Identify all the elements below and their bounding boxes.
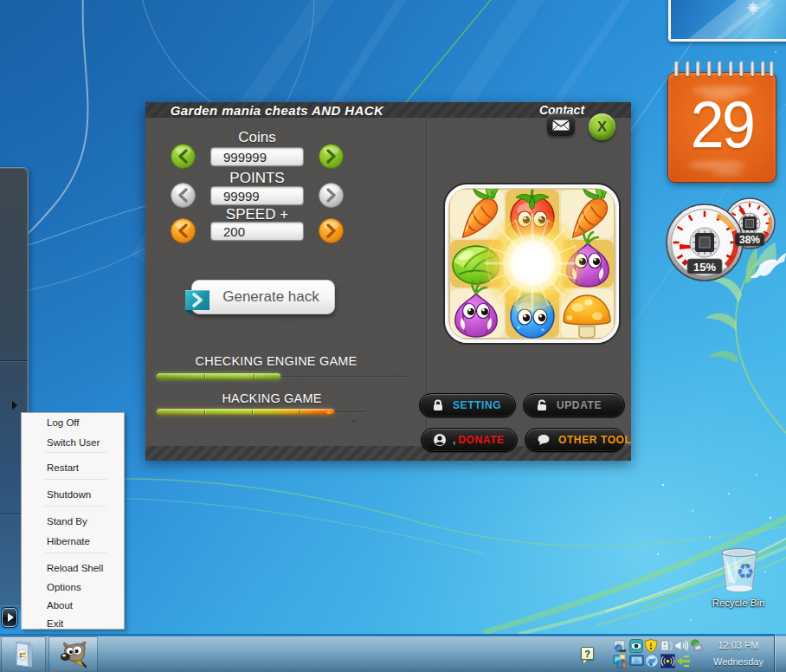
play-button[interactable] — [2, 608, 17, 627]
help-question-mark: ? — [584, 649, 590, 659]
cpu-chip-icon — [693, 231, 717, 255]
app-window: Garden mania cheats AND HACK Contact X C… — [145, 102, 631, 461]
menu-item-stand-by[interactable]: Stand By — [47, 514, 87, 529]
speck — [352, 420, 355, 422]
recycle-bin-icon[interactable]: ♻ — [714, 544, 764, 596]
clock-day: Wednesday — [708, 656, 769, 667]
taskbar-button-gimp[interactable] — [48, 636, 98, 672]
wireless-tray-icon[interactable] — [660, 654, 675, 669]
calendar-spiral-ring — [770, 61, 774, 76]
game-app-icon — [443, 183, 621, 345]
display-settings-tray-icon[interactable] — [613, 654, 628, 669]
globe-tray-icon[interactable] — [645, 654, 659, 668]
calendar-spiral-ring — [739, 61, 744, 76]
menu-item-reload-shell[interactable]: Reload Shell — [47, 560, 103, 576]
hacking-game-label: HACKING GAME — [132, 391, 412, 405]
slideshow-gadget[interactable] — [668, 0, 786, 42]
menu-item-shutdown[interactable]: Shutdown — [47, 487, 91, 502]
menu-item-exit[interactable]: Exit — [47, 616, 63, 631]
speed-input[interactable] — [210, 222, 304, 241]
volume-tray-icon[interactable] — [674, 639, 688, 652]
progress-tick — [300, 410, 300, 414]
hacking-game-progress-bar — [157, 409, 334, 415]
expand-arrow-icon[interactable] — [12, 401, 17, 410]
ram-badge: 38% — [735, 233, 764, 246]
close-button[interactable]: X — [589, 113, 615, 140]
show-desktop-button[interactable] — [774, 634, 786, 672]
donate-button[interactable]: , DONATE — [421, 428, 518, 452]
help-tray-icon[interactable]: ? — [581, 647, 594, 660]
setting-button[interactable]: SETTING — [419, 393, 516, 417]
menu-separator — [45, 552, 106, 553]
display-tray-icon[interactable] — [629, 655, 644, 668]
person-icon — [433, 433, 447, 447]
calendar-gadget[interactable]: 29 — [667, 61, 776, 183]
recycle-symbol: ♻ — [736, 559, 755, 584]
ram-percent: 38% — [739, 234, 760, 246]
security-shield-tray-icon[interactable] — [644, 638, 658, 653]
play-icon — [8, 613, 14, 622]
network-activity-tray-icon[interactable] — [676, 655, 691, 668]
folder-book-icon — [11, 641, 37, 669]
coins-decrement-button[interactable] — [171, 144, 196, 169]
calendar-highlight-smudge — [712, 170, 743, 175]
donate-prefix: , — [453, 434, 455, 446]
menu-separator — [45, 506, 106, 507]
calendar-highlight-smudge — [689, 161, 746, 169]
contact-mail-button[interactable] — [547, 113, 575, 136]
context-menu: Log Off Switch User Restart Shutdown Sta… — [21, 412, 125, 630]
donate-label: DONATE — [458, 434, 504, 446]
eye-monitor-tray-icon[interactable] — [629, 639, 643, 653]
menu-separator — [45, 452, 106, 453]
calendar-spiral-ring — [761, 61, 765, 76]
generate-arrow-tag — [185, 290, 209, 310]
cpu-meter-gadget[interactable]: 15% 38% — [660, 191, 786, 294]
menu-item-log-off[interactable]: Log Off — [47, 415, 80, 430]
recycle-bin-label[interactable]: Recycle Bin — [695, 598, 782, 608]
window-title: Garden mania cheats AND HACK — [137, 103, 417, 118]
safely-remove-tray-icon[interactable] — [690, 639, 704, 653]
coins-input[interactable] — [210, 147, 304, 166]
generate-tag-fold — [185, 310, 191, 315]
progress-tick — [204, 410, 205, 414]
gimp-icon — [58, 642, 89, 669]
update-button[interactable]: UPDATE — [523, 393, 625, 417]
speech-bubble-icon — [537, 433, 551, 447]
points-input[interactable] — [210, 186, 304, 205]
chevron-right-icon — [185, 290, 209, 310]
checking-engine-label: CHECKING ENGINE GAME — [136, 354, 416, 368]
menu-item-switch-user[interactable]: Switch User — [47, 435, 100, 450]
other-tool-button[interactable]: OTHER TOOL — [525, 428, 625, 452]
audio-device-tray-icon[interactable] — [660, 639, 673, 653]
points-increment-button[interactable] — [319, 183, 344, 208]
menu-separator — [45, 479, 106, 480]
menu-item-about[interactable]: About — [47, 598, 73, 613]
progress-tip-glow — [325, 410, 333, 414]
calendar-day: 29 — [672, 98, 772, 152]
coins-increment-button[interactable] — [319, 144, 344, 169]
calendar-spiral-ring — [686, 61, 690, 76]
calendar-spiral-ring — [718, 61, 722, 76]
generate-hack-button[interactable]: Generate hack — [191, 280, 335, 314]
envelope-icon — [547, 113, 575, 136]
points-decrement-button[interactable] — [171, 183, 196, 208]
taskbar-button-explorer[interactable] — [1, 636, 46, 672]
windows-update-tray-icon[interactable] — [614, 640, 627, 653]
speed-decrement-button[interactable] — [171, 218, 196, 243]
menu-item-hibernate[interactable]: Hibernate — [47, 533, 90, 549]
calendar-spiral-ring — [707, 61, 712, 76]
speed-increment-button[interactable] — [319, 218, 344, 243]
ram-chip-icon — [741, 215, 758, 232]
menu-item-restart[interactable]: Restart — [47, 460, 79, 475]
slideshow-photo — [671, 0, 786, 39]
progress-tick — [204, 374, 205, 378]
menu-item-options[interactable]: Options — [47, 579, 81, 595]
other-tool-label: OTHER TOOL — [558, 434, 631, 446]
lock-icon — [535, 398, 549, 412]
taskbar-clock[interactable]: 12:03 PM Wednesday — [708, 637, 769, 667]
help-bubble-tail — [583, 660, 588, 664]
calendar-spiral-ring — [729, 61, 733, 76]
cpu-percent: 15% — [693, 261, 716, 274]
progress-tick — [254, 374, 254, 378]
setting-label: SETTING — [453, 399, 501, 411]
